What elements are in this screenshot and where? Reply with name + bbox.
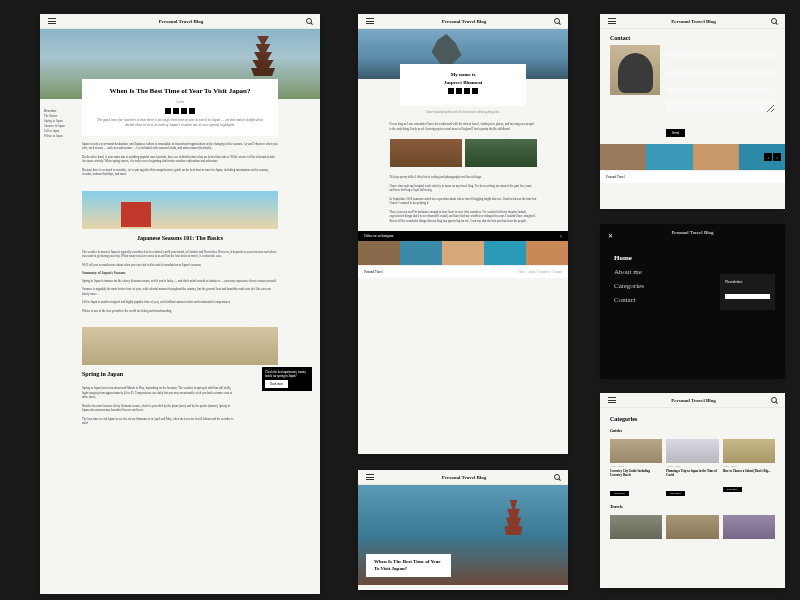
linkedin-icon[interactable] (472, 88, 478, 94)
next-icon[interactable]: › (773, 153, 781, 161)
brand[interactable]: Personal Travel Blog (671, 398, 716, 403)
content-image (82, 191, 278, 229)
instagram-strip (358, 241, 568, 265)
menu-icon[interactable] (608, 18, 616, 24)
table-of-contents: Overview The Basics Spring in Japan Summ… (44, 109, 65, 139)
brand[interactable]: Personal Travel Blog (159, 19, 204, 24)
insta-thumb[interactable] (484, 241, 526, 265)
photo-strip: ‹ › (600, 144, 785, 170)
about-heading: My name is (408, 72, 518, 77)
strip-thumb[interactable] (600, 144, 646, 170)
subject-input[interactable] (666, 88, 775, 94)
linkedin-icon[interactable] (189, 108, 195, 114)
menu-icon[interactable] (608, 397, 616, 403)
contact-photo (610, 45, 660, 95)
subheading: Summary of Japan's Seasons (82, 271, 278, 276)
post-grid: Travel · Japan Coventry City Guide Inclu… (600, 435, 785, 502)
post-thumb (723, 439, 775, 463)
about-image (390, 139, 462, 167)
instagram-icon[interactable]: ◇ (560, 234, 562, 238)
brand[interactable]: Personal Travel Blog (442, 19, 487, 24)
post-card[interactable]: Travel · Japan How to Choose a Safari (T… (723, 439, 775, 498)
post-card[interactable] (610, 515, 662, 541)
brand[interactable]: Personal Travel Blog (442, 475, 487, 480)
post-card[interactable]: Travel · Japan Coventry City Guide Inclu… (610, 439, 662, 498)
email-input[interactable] (666, 70, 775, 76)
strip-thumb[interactable] (693, 144, 739, 170)
prev-icon[interactable]: ‹ (764, 153, 772, 161)
header: Personal Travel Blog (358, 14, 568, 29)
read-more-button[interactable]: Read more (265, 380, 288, 388)
article-title: When Is The Best Time of Year To Visit J… (90, 87, 270, 96)
category-label: Guides (600, 426, 785, 435)
about-text: To keep up my skills I did a lot of writ… (358, 171, 568, 231)
brand[interactable]: Personal Travel Blog (671, 19, 716, 24)
toc-item[interactable]: The Basics (44, 114, 65, 118)
close-icon[interactable]: ✕ (608, 232, 613, 239)
insta-thumb[interactable] (442, 241, 484, 265)
featured-card[interactable]: When Is The Best Time of Year To Visit J… (366, 554, 451, 577)
search-icon[interactable] (771, 397, 777, 403)
youtube-icon[interactable] (181, 108, 187, 114)
post-card[interactable]: Travel · Japan Planning a Trip to Japan … (666, 439, 718, 498)
post-card[interactable] (723, 515, 775, 541)
message-input[interactable] (666, 99, 775, 113)
footer: Personal Travel (600, 170, 785, 183)
article-card: When Is The Best Time of Year To Visit J… (82, 79, 278, 136)
footer-links: Home · About · Categories · Contact (518, 270, 562, 274)
page-title: Contact (600, 29, 785, 45)
toc-item[interactable]: Winter in Japan (44, 134, 65, 138)
content-image (82, 327, 278, 365)
name-input[interactable] (666, 52, 775, 58)
section-heading: Japanese Seasons 101: The Basics (40, 235, 320, 241)
search-icon[interactable] (554, 18, 560, 24)
menu-icon[interactable] (48, 18, 56, 24)
image-grid (358, 135, 568, 171)
read-more-button[interactable]: Read more (666, 491, 685, 496)
menu-item-home[interactable]: Home (614, 251, 771, 265)
insta-thumb[interactable] (400, 241, 442, 265)
footer: Personal Travel Home · About · Categorie… (358, 265, 568, 278)
facebook-icon[interactable] (165, 108, 171, 114)
categories-mockup: Personal Travel Blog Categories Guides T… (600, 393, 785, 588)
contact-row: Send (600, 45, 785, 144)
about-card: My name is Jaspreet Bhamrai (400, 64, 526, 106)
strip-thumb[interactable] (646, 144, 692, 170)
post-thumb (610, 515, 662, 539)
send-button[interactable]: Send (666, 129, 685, 137)
sidebar-promo: Check the best apartments, rooms, hotels… (262, 367, 312, 391)
toc-item[interactable]: Overview (44, 109, 65, 113)
toc-item[interactable]: Summer in Japan (44, 124, 65, 128)
menu-icon[interactable] (366, 474, 374, 480)
post-thumb (666, 515, 718, 539)
instagram-icon[interactable] (456, 88, 462, 94)
search-icon[interactable] (771, 18, 777, 24)
header: Personal Travel Blog (40, 14, 320, 29)
header: Personal Travel Blog (600, 14, 785, 29)
search-icon[interactable] (306, 18, 312, 24)
facebook-icon[interactable] (448, 88, 454, 94)
article-mockup: Personal Travel Blog Overview The Basics… (40, 14, 320, 594)
page-title: Categories (600, 408, 785, 426)
toc-item[interactable]: Fall in Japan (44, 129, 65, 133)
toc-item[interactable]: Spring in Japan (44, 119, 65, 123)
header: Personal Travel Blog (358, 470, 568, 485)
insta-thumb[interactable] (526, 241, 568, 265)
carousel-nav: ‹ › (764, 153, 781, 161)
instagram-icon[interactable] (173, 108, 179, 114)
youtube-icon[interactable] (464, 88, 470, 94)
contact-form: Send (666, 45, 775, 138)
post-grid (600, 511, 785, 545)
instagram-bar: Follow me on Instagram ◇ (358, 231, 568, 241)
social-row (90, 108, 270, 114)
insta-thumb[interactable] (358, 241, 400, 265)
read-more-button[interactable]: Read more (610, 491, 629, 496)
read-more-button[interactable]: Read more (723, 487, 742, 492)
post-card[interactable] (666, 515, 718, 541)
newsletter-heading: Newsletter (725, 279, 770, 284)
menu-icon[interactable] (366, 18, 374, 24)
search-icon[interactable] (554, 474, 560, 480)
footer-brand: Personal Travel (606, 175, 625, 179)
newsletter-email-input[interactable] (725, 294, 770, 299)
about-mockup: Personal Travel Blog My name is Jaspreet… (358, 14, 568, 454)
